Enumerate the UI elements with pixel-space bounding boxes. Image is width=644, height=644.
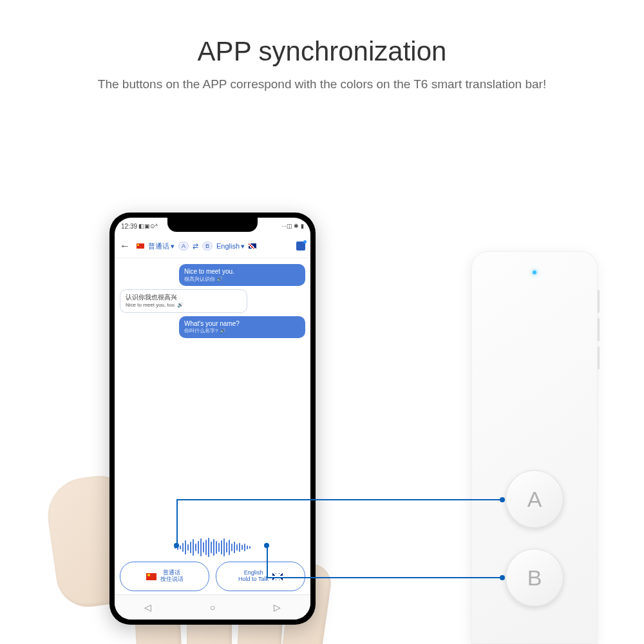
message-line1: What's your name? bbox=[184, 319, 300, 328]
message-bubble[interactable]: 认识你我也很高兴 Nice to meet you, too. 🔊 bbox=[120, 289, 247, 312]
translator-device: A B bbox=[471, 251, 598, 644]
phone-screen: 12:39 ◧▣⊙ᴬ ···◫ ✱ ▮ ← 普通话 ▾ A ⇄ B Englis… bbox=[115, 218, 310, 620]
connector-line bbox=[176, 500, 178, 545]
page-title: APP synchronization bbox=[0, 36, 644, 67]
pill-b: B bbox=[202, 242, 213, 251]
nav-back-icon[interactable]: ◁ bbox=[144, 602, 151, 612]
message-line1: Nice to meet you. bbox=[184, 267, 300, 276]
talk-button-a[interactable]: 普通话 按住说话 bbox=[120, 562, 209, 591]
talk-button-b[interactable]: English Hold to Talk bbox=[216, 562, 305, 591]
device-side-button[interactable] bbox=[598, 318, 600, 341]
device-side-button[interactable] bbox=[598, 290, 600, 313]
language-b-selector[interactable]: English ▾ bbox=[216, 242, 245, 251]
status-time: 12:39 bbox=[121, 223, 137, 230]
phone-mockup: 12:39 ◧▣⊙ᴬ ···◫ ✱ ▮ ← 普通话 ▾ A ⇄ B Englis… bbox=[109, 213, 316, 625]
app-header: ← 普通话 ▾ A ⇄ B English ▾ bbox=[115, 234, 310, 258]
connector-dot bbox=[500, 497, 505, 502]
status-icons-left: ◧▣⊙ᴬ bbox=[138, 223, 158, 229]
message-bubble[interactable]: What's your name? 你叫什么名字? 🔊 bbox=[179, 316, 305, 338]
phone-notch bbox=[167, 218, 258, 232]
connector-line bbox=[176, 499, 502, 500]
connector-line bbox=[267, 545, 268, 578]
flag-uk-icon bbox=[272, 573, 283, 580]
swap-icon[interactable]: ⇄ bbox=[193, 242, 198, 251]
device-button-a[interactable]: A bbox=[506, 470, 564, 528]
status-icons-right: ···◫ ✱ ▮ bbox=[281, 223, 304, 229]
android-nav-bar: ◁ ○ ▷ bbox=[115, 594, 310, 620]
device-connect-icon[interactable] bbox=[296, 242, 305, 251]
flag-cn-icon bbox=[146, 573, 156, 580]
language-a-label: 普通话 bbox=[148, 242, 169, 251]
language-a-selector[interactable]: 普通话 ▾ bbox=[148, 242, 175, 251]
nav-home-icon[interactable]: ○ bbox=[210, 602, 215, 612]
language-b-label: English bbox=[216, 242, 240, 250]
nav-recent-icon[interactable]: ▷ bbox=[274, 602, 281, 612]
connector-dot bbox=[500, 575, 505, 580]
page-subtitle: The buttons on the APP correspond with t… bbox=[0, 77, 644, 91]
talk-b-hint: Hold to Talk bbox=[238, 576, 269, 583]
message-bubble[interactable]: Nice to meet you. 很高兴认识你 🔊 bbox=[179, 264, 305, 286]
message-line2: 很高兴认识你 🔊 bbox=[184, 276, 300, 283]
device-side-button[interactable] bbox=[598, 346, 600, 370]
chevron-down-icon: ▾ bbox=[241, 242, 245, 251]
flag-uk-icon bbox=[249, 243, 256, 249]
pill-a: A bbox=[178, 242, 189, 251]
device-button-b[interactable]: B bbox=[506, 549, 564, 607]
connector-line bbox=[267, 577, 502, 578]
conversation-area: Nice to meet you. 很高兴认识你 🔊 认识你我也很高兴 Nice… bbox=[115, 258, 310, 529]
chevron-down-icon: ▾ bbox=[171, 242, 175, 251]
flag-cn-icon bbox=[137, 243, 144, 249]
back-icon[interactable]: ← bbox=[120, 240, 130, 252]
message-line2: 你叫什么名字? 🔊 bbox=[184, 328, 300, 335]
message-line2: Nice to meet you, too. 🔊 bbox=[126, 302, 242, 309]
led-indicator bbox=[533, 270, 536, 274]
talk-a-hint: 按住说话 bbox=[160, 576, 184, 583]
talk-button-bar: 普通话 按住说话 English Hold to Talk bbox=[120, 562, 305, 591]
message-line1: 认识你我也很高兴 bbox=[126, 293, 242, 302]
